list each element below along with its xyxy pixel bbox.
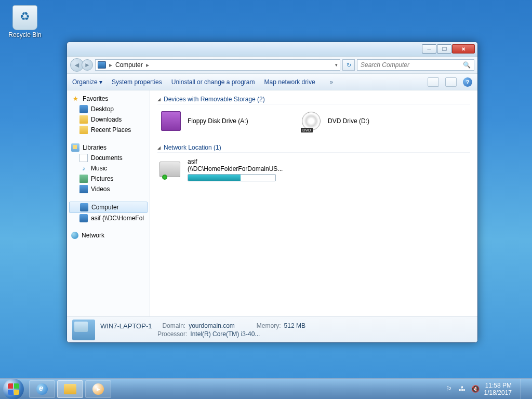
favorites-group[interactable]: ★Favorites — [67, 94, 150, 104]
dvd-drive-item[interactable]: DVD DVD Drive (D:) — [298, 108, 433, 135]
processor-value: Intel(R) Core(TM) i3-40... — [190, 330, 260, 338]
floppy-icon — [159, 110, 182, 132]
sidebar-item-documents[interactable]: Documents — [67, 153, 150, 163]
sidebar-item-pictures[interactable]: Pictures — [67, 174, 150, 184]
recycle-bin[interactable]: Recycle Bin — [5, 5, 45, 38]
overflow-chevron-icon[interactable]: » — [330, 78, 334, 86]
view-button[interactable] — [428, 77, 439, 87]
forward-button[interactable]: ► — [82, 59, 93, 71]
command-bar: Organize ▾ System properties Uninstall o… — [67, 74, 477, 90]
recycle-bin-icon — [12, 5, 37, 30]
close-button[interactable]: ✕ — [452, 44, 475, 54]
date: 1/18/2017 — [484, 389, 512, 396]
star-icon: ★ — [71, 95, 79, 103]
pictures-icon — [79, 175, 88, 183]
volume-icon[interactable]: 🔇 — [471, 385, 480, 393]
ie-icon — [36, 383, 48, 395]
uninstall-button[interactable]: Uninstall or change a program — [171, 78, 255, 86]
system-properties-button[interactable]: System properties — [112, 78, 162, 86]
space-bar — [188, 174, 276, 181]
navigation-pane: ★Favorites Desktop Downloads Recent Plac… — [67, 90, 150, 316]
floppy-drive-item[interactable]: Floppy Disk Drive (A:) — [157, 108, 292, 135]
sidebar-item-desktop[interactable]: Desktop — [67, 104, 150, 114]
sidebar-item-recent[interactable]: Recent Places — [67, 125, 150, 135]
show-desktop-button[interactable] — [521, 379, 527, 400]
folder-icon — [79, 126, 88, 134]
memory-label: Memory: — [257, 322, 281, 330]
taskbar-ie[interactable] — [29, 380, 55, 398]
clock[interactable]: 11:58 PM 1/18/2017 — [484, 382, 512, 396]
map-drive-button[interactable]: Map network drive — [264, 78, 315, 86]
network-drive-item[interactable]: asif (\\DC\HomeFolderForDomainUS... — [157, 156, 292, 183]
help-button[interactable]: ? — [463, 77, 472, 87]
sidebar-item-network[interactable]: Network — [67, 231, 150, 240]
search-input[interactable] — [361, 61, 463, 69]
minimize-button[interactable]: ─ — [422, 44, 436, 54]
domain-label: Domain: — [162, 322, 185, 330]
search-icon[interactable]: 🔍 — [463, 61, 471, 69]
drive-icon — [79, 214, 88, 222]
sidebar-item-computer[interactable]: Computer — [69, 202, 148, 213]
taskbar-explorer[interactable] — [57, 380, 83, 398]
collapse-icon: ◢ — [157, 97, 161, 102]
details-pane: WIN7-LAPTOP-1 Domain: yourdomain.com Mem… — [67, 316, 477, 342]
section-removable-storage[interactable]: ◢Devices with Removable Storage (2) — [157, 95, 470, 104]
drive-name: asif — [188, 158, 290, 165]
breadcrumb-sep-icon: ▸ — [109, 61, 112, 69]
computer-name: WIN7-LAPTOP-1 — [100, 322, 152, 330]
explorer-window: ─ ❐ ✕ ◄ ► ▸ Computer ▸ ▾ ↻ 🔍 Organize ▾ … — [66, 42, 478, 343]
system-tray: 🏳 🖧 🔇 11:58 PM 1/18/2017 — [445, 379, 529, 400]
nav-bar: ◄ ► ▸ Computer ▸ ▾ ↻ 🔍 — [67, 57, 477, 74]
drive-path: (\\DC\HomeFolderForDomainUS... — [188, 165, 290, 172]
preview-pane-button[interactable] — [445, 77, 457, 87]
computer-large-icon — [72, 320, 95, 340]
taskbar[interactable]: 🏳 🖧 🔇 11:58 PM 1/18/2017 — [0, 378, 532, 399]
start-button[interactable] — [3, 379, 24, 400]
libraries-icon — [71, 143, 79, 152]
refresh-button[interactable]: ↻ — [342, 59, 355, 71]
computer-icon — [98, 61, 106, 69]
sidebar-item-videos[interactable]: Videos — [67, 184, 150, 194]
sidebar-item-network-drive[interactable]: asif (\\DC\HomeFol — [67, 213, 150, 223]
recycle-bin-label: Recycle Bin — [5, 31, 45, 38]
address-location[interactable]: Computer — [115, 61, 143, 69]
desktop-icon — [79, 105, 88, 113]
folder-icon — [79, 115, 88, 124]
memory-value: 512 MB — [284, 322, 305, 330]
folder-icon — [64, 384, 76, 394]
document-icon — [79, 154, 88, 162]
computer-icon — [80, 203, 88, 211]
dvd-icon: DVD — [300, 110, 323, 132]
processor-label: Processor: — [157, 330, 187, 338]
address-bar[interactable]: ▸ Computer ▸ ▾ — [95, 59, 340, 71]
videos-icon — [79, 185, 88, 193]
content-pane: ◢Devices with Removable Storage (2) Flop… — [150, 90, 477, 316]
action-center-icon[interactable]: 🏳 — [445, 385, 454, 393]
time: 11:58 PM — [484, 382, 512, 389]
chevron-down-icon: ▾ — [99, 78, 102, 86]
section-network-location[interactable]: ◢Network Location (1) — [157, 143, 470, 153]
organize-menu[interactable]: Organize ▾ — [72, 78, 102, 86]
taskbar-media-player[interactable] — [85, 380, 111, 398]
music-icon: ♪ — [79, 164, 88, 172]
address-dropdown-icon[interactable]: ▾ — [335, 62, 338, 68]
titlebar[interactable]: ─ ❐ ✕ — [67, 42, 477, 57]
sidebar-item-music[interactable]: ♪Music — [67, 163, 150, 174]
search-box[interactable]: 🔍 — [357, 59, 474, 71]
network-drive-icon — [159, 158, 182, 181]
libraries-group[interactable]: Libraries — [67, 142, 150, 153]
media-player-icon — [92, 383, 104, 395]
sidebar-item-downloads[interactable]: Downloads — [67, 114, 150, 125]
network-tray-icon[interactable]: 🖧 — [458, 385, 467, 393]
domain-value: yourdomain.com — [189, 322, 235, 330]
network-icon — [71, 232, 78, 239]
breadcrumb-sep-icon: ▸ — [146, 61, 149, 69]
maximize-button[interactable]: ❐ — [437, 44, 451, 54]
collapse-icon: ◢ — [157, 145, 161, 150]
